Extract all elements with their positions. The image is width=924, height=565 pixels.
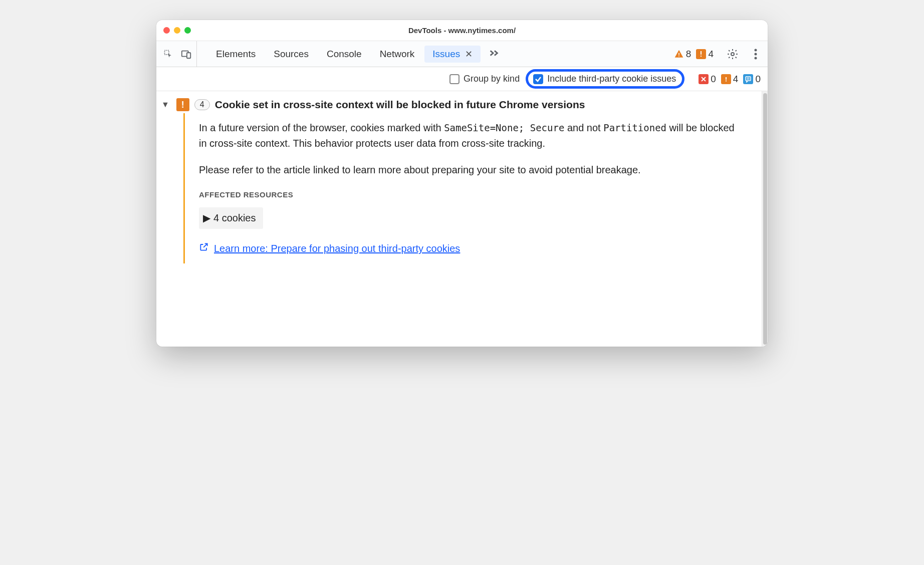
info-issues-count[interactable]: 0 bbox=[743, 74, 761, 85]
issues-indicator[interactable]: 4 bbox=[696, 49, 714, 60]
panel-tabs: Elements Sources Console Network Issues … bbox=[208, 46, 504, 63]
error-count-value: 0 bbox=[711, 74, 716, 85]
cookies-count-label: 4 cookies bbox=[213, 210, 256, 226]
issue-header-row[interactable]: ▼ ! 4 Cookie set in cross-site context w… bbox=[159, 96, 752, 113]
maximize-window-button[interactable] bbox=[184, 27, 191, 34]
text-segment: and not bbox=[567, 122, 603, 133]
include-third-party-checkbox[interactable] bbox=[533, 74, 543, 84]
issues-count: 4 bbox=[708, 49, 714, 60]
issues-list: ▼ ! 4 Cookie set in cross-site context w… bbox=[156, 91, 762, 347]
tab-console[interactable]: Console bbox=[319, 46, 370, 63]
issue-body: In a future version of the browser, cook… bbox=[183, 113, 752, 263]
svg-rect-6 bbox=[701, 51, 702, 55]
issue-count-pill: 4 bbox=[194, 99, 210, 110]
svg-rect-12 bbox=[726, 77, 727, 80]
traffic-lights bbox=[163, 27, 191, 34]
disclosure-triangle-icon[interactable]: ▼ bbox=[159, 100, 171, 109]
learn-more-link[interactable]: Learn more: Prepare for phasing out thir… bbox=[214, 241, 460, 256]
svg-point-9 bbox=[755, 49, 757, 51]
error-issues-count[interactable]: 0 bbox=[699, 74, 716, 85]
warnings-indicator[interactable]: 8 bbox=[674, 49, 691, 60]
svg-point-10 bbox=[755, 53, 757, 55]
device-toolbar-icon[interactable] bbox=[180, 48, 192, 60]
text-segment: In a future version of the browser, cook… bbox=[199, 122, 444, 133]
scrollbar[interactable] bbox=[762, 91, 768, 347]
code-partitioned: Partitioned bbox=[603, 122, 666, 133]
warning-badge-icon bbox=[721, 74, 731, 84]
tab-issues[interactable]: Issues ✕ bbox=[424, 46, 481, 63]
affected-cookies-toggle[interactable]: ▶ 4 cookies bbox=[199, 207, 263, 229]
window-title: DevTools - www.nytimes.com/ bbox=[156, 26, 768, 35]
include-third-party-checkbox-highlight: Include third-party cookie issues bbox=[526, 69, 684, 89]
close-window-button[interactable] bbox=[163, 27, 170, 34]
error-badge-icon bbox=[699, 74, 709, 84]
include-third-party-label: Include third-party cookie issues bbox=[547, 74, 676, 84]
external-link-icon bbox=[199, 241, 209, 256]
minimize-window-button[interactable] bbox=[174, 27, 180, 34]
info-count-value: 0 bbox=[755, 74, 761, 85]
inspect-element-icon[interactable] bbox=[162, 48, 174, 60]
issue-paragraph-1: In a future version of the browser, cook… bbox=[199, 120, 742, 151]
svg-rect-2 bbox=[187, 53, 190, 58]
devtools-window: DevTools - www.nytimes.com/ Elements Sou… bbox=[156, 20, 768, 347]
disclosure-right-icon: ▶ bbox=[203, 210, 210, 226]
svg-rect-15 bbox=[747, 78, 750, 78]
tab-elements[interactable]: Elements bbox=[208, 46, 264, 63]
more-options-icon[interactable] bbox=[749, 47, 763, 61]
code-samesite: SameSite=None; Secure bbox=[444, 122, 564, 133]
svg-rect-4 bbox=[678, 55, 679, 56]
issues-content-area: ▼ ! 4 Cookie set in cross-site context w… bbox=[156, 91, 768, 347]
svg-point-11 bbox=[755, 57, 757, 59]
more-tabs-button[interactable] bbox=[485, 47, 504, 61]
titlebar: DevTools - www.nytimes.com/ bbox=[156, 20, 768, 41]
warning-issues-count[interactable]: 4 bbox=[721, 74, 739, 85]
tab-network[interactable]: Network bbox=[372, 46, 423, 63]
affected-resources-label: AFFECTED RESOURCES bbox=[199, 189, 742, 200]
close-tab-icon[interactable]: ✕ bbox=[465, 49, 473, 60]
svg-rect-3 bbox=[678, 53, 679, 55]
learn-more-row: Learn more: Prepare for phasing out thir… bbox=[199, 241, 742, 256]
svg-rect-16 bbox=[747, 79, 750, 79]
tab-issues-label: Issues bbox=[432, 49, 460, 60]
scrollbar-thumb[interactable] bbox=[763, 93, 767, 345]
tab-bar: Elements Sources Console Network Issues … bbox=[156, 41, 768, 67]
filter-toolbar: Group by kind Include third-party cookie… bbox=[156, 67, 768, 91]
info-badge-icon bbox=[743, 74, 753, 84]
group-by-kind-checkbox[interactable]: Group by kind bbox=[449, 74, 520, 84]
issue-paragraph-2: Please refer to the article linked to le… bbox=[199, 162, 742, 178]
checkbox-unchecked-icon bbox=[449, 74, 459, 84]
svg-rect-14 bbox=[746, 77, 751, 81]
warning-count-value: 4 bbox=[733, 74, 739, 85]
svg-point-8 bbox=[731, 53, 734, 56]
issue-title: Cookie set in cross-site context will be… bbox=[215, 99, 585, 111]
issue-severity-icon: ! bbox=[176, 98, 189, 111]
svg-rect-13 bbox=[726, 80, 727, 81]
group-by-kind-label: Group by kind bbox=[464, 74, 520, 84]
status-counts: 8 4 bbox=[674, 49, 717, 60]
settings-icon[interactable] bbox=[726, 47, 740, 61]
warnings-count: 8 bbox=[686, 49, 691, 60]
issue-kind-counts: 0 4 0 bbox=[699, 74, 761, 85]
tab-sources[interactable]: Sources bbox=[266, 46, 317, 63]
svg-rect-7 bbox=[701, 56, 702, 57]
